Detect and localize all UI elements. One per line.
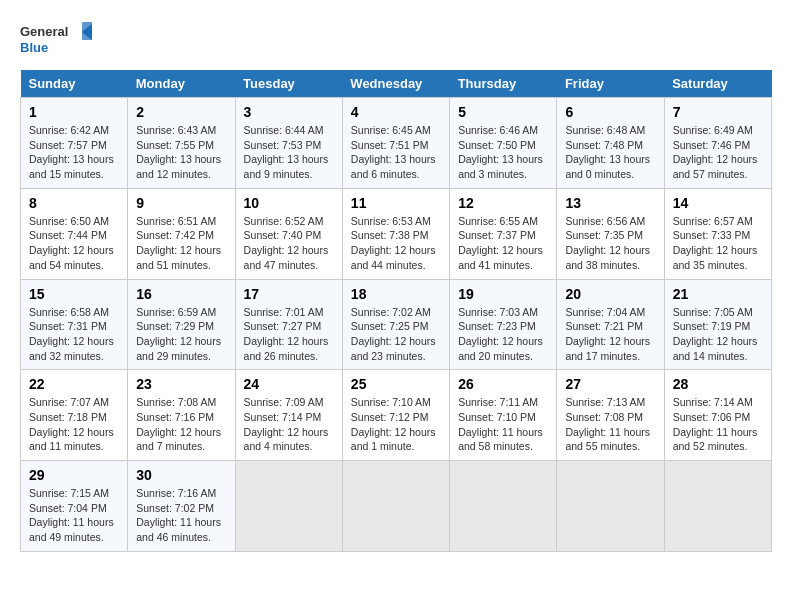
logo-svg: General Blue bbox=[20, 20, 100, 60]
calendar-cell: 17Sunrise: 7:01 AM Sunset: 7:27 PM Dayli… bbox=[235, 279, 342, 370]
day-info: Sunrise: 7:11 AM Sunset: 7:10 PM Dayligh… bbox=[458, 395, 548, 454]
day-info: Sunrise: 7:07 AM Sunset: 7:18 PM Dayligh… bbox=[29, 395, 119, 454]
day-number: 3 bbox=[244, 104, 334, 120]
calendar-cell: 22Sunrise: 7:07 AM Sunset: 7:18 PM Dayli… bbox=[21, 370, 128, 461]
calendar-cell: 9Sunrise: 6:51 AM Sunset: 7:42 PM Daylig… bbox=[128, 188, 235, 279]
calendar-cell: 26Sunrise: 7:11 AM Sunset: 7:10 PM Dayli… bbox=[450, 370, 557, 461]
day-number: 25 bbox=[351, 376, 441, 392]
day-info: Sunrise: 7:02 AM Sunset: 7:25 PM Dayligh… bbox=[351, 305, 441, 364]
day-number: 10 bbox=[244, 195, 334, 211]
day-number: 29 bbox=[29, 467, 119, 483]
calendar-table: SundayMondayTuesdayWednesdayThursdayFrid… bbox=[20, 70, 772, 552]
day-info: Sunrise: 6:59 AM Sunset: 7:29 PM Dayligh… bbox=[136, 305, 226, 364]
day-info: Sunrise: 6:42 AM Sunset: 7:57 PM Dayligh… bbox=[29, 123, 119, 182]
calendar-cell: 16Sunrise: 6:59 AM Sunset: 7:29 PM Dayli… bbox=[128, 279, 235, 370]
svg-text:General: General bbox=[20, 24, 68, 39]
calendar-cell: 30Sunrise: 7:16 AM Sunset: 7:02 PM Dayli… bbox=[128, 461, 235, 552]
calendar-cell: 29Sunrise: 7:15 AM Sunset: 7:04 PM Dayli… bbox=[21, 461, 128, 552]
day-info: Sunrise: 7:10 AM Sunset: 7:12 PM Dayligh… bbox=[351, 395, 441, 454]
svg-text:Blue: Blue bbox=[20, 40, 48, 55]
day-info: Sunrise: 7:09 AM Sunset: 7:14 PM Dayligh… bbox=[244, 395, 334, 454]
weekday-header-tuesday: Tuesday bbox=[235, 70, 342, 98]
day-info: Sunrise: 7:05 AM Sunset: 7:19 PM Dayligh… bbox=[673, 305, 763, 364]
day-info: Sunrise: 7:08 AM Sunset: 7:16 PM Dayligh… bbox=[136, 395, 226, 454]
day-number: 1 bbox=[29, 104, 119, 120]
day-number: 5 bbox=[458, 104, 548, 120]
calendar-cell: 1Sunrise: 6:42 AM Sunset: 7:57 PM Daylig… bbox=[21, 98, 128, 189]
calendar-cell bbox=[342, 461, 449, 552]
weekday-header-thursday: Thursday bbox=[450, 70, 557, 98]
day-number: 13 bbox=[565, 195, 655, 211]
day-info: Sunrise: 6:57 AM Sunset: 7:33 PM Dayligh… bbox=[673, 214, 763, 273]
day-info: Sunrise: 6:51 AM Sunset: 7:42 PM Dayligh… bbox=[136, 214, 226, 273]
day-info: Sunrise: 7:14 AM Sunset: 7:06 PM Dayligh… bbox=[673, 395, 763, 454]
weekday-header-friday: Friday bbox=[557, 70, 664, 98]
day-number: 12 bbox=[458, 195, 548, 211]
day-number: 28 bbox=[673, 376, 763, 392]
day-info: Sunrise: 6:58 AM Sunset: 7:31 PM Dayligh… bbox=[29, 305, 119, 364]
calendar-cell: 12Sunrise: 6:55 AM Sunset: 7:37 PM Dayli… bbox=[450, 188, 557, 279]
day-number: 11 bbox=[351, 195, 441, 211]
calendar-cell bbox=[450, 461, 557, 552]
calendar-cell: 15Sunrise: 6:58 AM Sunset: 7:31 PM Dayli… bbox=[21, 279, 128, 370]
calendar-cell: 10Sunrise: 6:52 AM Sunset: 7:40 PM Dayli… bbox=[235, 188, 342, 279]
calendar-cell: 18Sunrise: 7:02 AM Sunset: 7:25 PM Dayli… bbox=[342, 279, 449, 370]
calendar-cell: 21Sunrise: 7:05 AM Sunset: 7:19 PM Dayli… bbox=[664, 279, 771, 370]
day-info: Sunrise: 6:50 AM Sunset: 7:44 PM Dayligh… bbox=[29, 214, 119, 273]
weekday-header-monday: Monday bbox=[128, 70, 235, 98]
day-number: 23 bbox=[136, 376, 226, 392]
calendar-cell: 3Sunrise: 6:44 AM Sunset: 7:53 PM Daylig… bbox=[235, 98, 342, 189]
day-info: Sunrise: 6:56 AM Sunset: 7:35 PM Dayligh… bbox=[565, 214, 655, 273]
day-number: 21 bbox=[673, 286, 763, 302]
day-number: 6 bbox=[565, 104, 655, 120]
day-info: Sunrise: 7:15 AM Sunset: 7:04 PM Dayligh… bbox=[29, 486, 119, 545]
calendar-cell: 23Sunrise: 7:08 AM Sunset: 7:16 PM Dayli… bbox=[128, 370, 235, 461]
day-number: 18 bbox=[351, 286, 441, 302]
day-info: Sunrise: 6:48 AM Sunset: 7:48 PM Dayligh… bbox=[565, 123, 655, 182]
weekday-header-wednesday: Wednesday bbox=[342, 70, 449, 98]
day-info: Sunrise: 6:44 AM Sunset: 7:53 PM Dayligh… bbox=[244, 123, 334, 182]
calendar-cell: 28Sunrise: 7:14 AM Sunset: 7:06 PM Dayli… bbox=[664, 370, 771, 461]
day-number: 2 bbox=[136, 104, 226, 120]
day-number: 7 bbox=[673, 104, 763, 120]
day-number: 8 bbox=[29, 195, 119, 211]
day-info: Sunrise: 6:46 AM Sunset: 7:50 PM Dayligh… bbox=[458, 123, 548, 182]
calendar-cell: 2Sunrise: 6:43 AM Sunset: 7:55 PM Daylig… bbox=[128, 98, 235, 189]
day-info: Sunrise: 6:53 AM Sunset: 7:38 PM Dayligh… bbox=[351, 214, 441, 273]
day-number: 9 bbox=[136, 195, 226, 211]
calendar-cell: 5Sunrise: 6:46 AM Sunset: 7:50 PM Daylig… bbox=[450, 98, 557, 189]
logo: General Blue bbox=[20, 20, 100, 60]
day-number: 19 bbox=[458, 286, 548, 302]
calendar-cell: 4Sunrise: 6:45 AM Sunset: 7:51 PM Daylig… bbox=[342, 98, 449, 189]
weekday-header-sunday: Sunday bbox=[21, 70, 128, 98]
day-number: 26 bbox=[458, 376, 548, 392]
day-info: Sunrise: 6:49 AM Sunset: 7:46 PM Dayligh… bbox=[673, 123, 763, 182]
calendar-cell: 14Sunrise: 6:57 AM Sunset: 7:33 PM Dayli… bbox=[664, 188, 771, 279]
calendar-cell bbox=[664, 461, 771, 552]
day-info: Sunrise: 6:43 AM Sunset: 7:55 PM Dayligh… bbox=[136, 123, 226, 182]
day-info: Sunrise: 6:45 AM Sunset: 7:51 PM Dayligh… bbox=[351, 123, 441, 182]
day-number: 4 bbox=[351, 104, 441, 120]
day-number: 17 bbox=[244, 286, 334, 302]
day-info: Sunrise: 6:52 AM Sunset: 7:40 PM Dayligh… bbox=[244, 214, 334, 273]
calendar-cell: 8Sunrise: 6:50 AM Sunset: 7:44 PM Daylig… bbox=[21, 188, 128, 279]
calendar-cell: 19Sunrise: 7:03 AM Sunset: 7:23 PM Dayli… bbox=[450, 279, 557, 370]
day-number: 20 bbox=[565, 286, 655, 302]
day-info: Sunrise: 7:04 AM Sunset: 7:21 PM Dayligh… bbox=[565, 305, 655, 364]
calendar-cell: 13Sunrise: 6:56 AM Sunset: 7:35 PM Dayli… bbox=[557, 188, 664, 279]
calendar-cell: 20Sunrise: 7:04 AM Sunset: 7:21 PM Dayli… bbox=[557, 279, 664, 370]
day-number: 16 bbox=[136, 286, 226, 302]
calendar-cell bbox=[557, 461, 664, 552]
calendar-cell: 6Sunrise: 6:48 AM Sunset: 7:48 PM Daylig… bbox=[557, 98, 664, 189]
weekday-header-saturday: Saturday bbox=[664, 70, 771, 98]
calendar-cell: 11Sunrise: 6:53 AM Sunset: 7:38 PM Dayli… bbox=[342, 188, 449, 279]
calendar-cell: 7Sunrise: 6:49 AM Sunset: 7:46 PM Daylig… bbox=[664, 98, 771, 189]
day-number: 24 bbox=[244, 376, 334, 392]
page-header: General Blue bbox=[20, 20, 772, 60]
day-number: 14 bbox=[673, 195, 763, 211]
calendar-cell bbox=[235, 461, 342, 552]
day-info: Sunrise: 7:16 AM Sunset: 7:02 PM Dayligh… bbox=[136, 486, 226, 545]
day-number: 15 bbox=[29, 286, 119, 302]
day-info: Sunrise: 6:55 AM Sunset: 7:37 PM Dayligh… bbox=[458, 214, 548, 273]
calendar-cell: 27Sunrise: 7:13 AM Sunset: 7:08 PM Dayli… bbox=[557, 370, 664, 461]
